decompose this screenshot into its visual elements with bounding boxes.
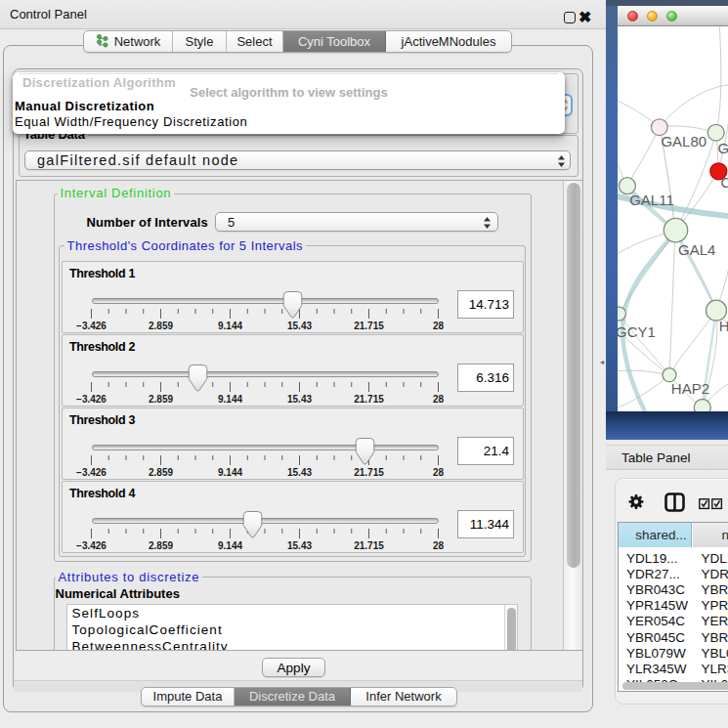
- svg-text:GAL11: GAL11: [629, 192, 674, 208]
- svg-text:H: H: [719, 318, 728, 334]
- svg-text:GCY1: GCY1: [618, 323, 656, 340]
- svg-text:GAL80: GAL80: [661, 133, 707, 150]
- svg-text:C: C: [721, 174, 728, 191]
- svg-text:GA: GA: [717, 140, 728, 156]
- svg-text:GAL4: GAL4: [678, 241, 715, 258]
- svg-text:HAP2: HAP2: [671, 380, 709, 397]
